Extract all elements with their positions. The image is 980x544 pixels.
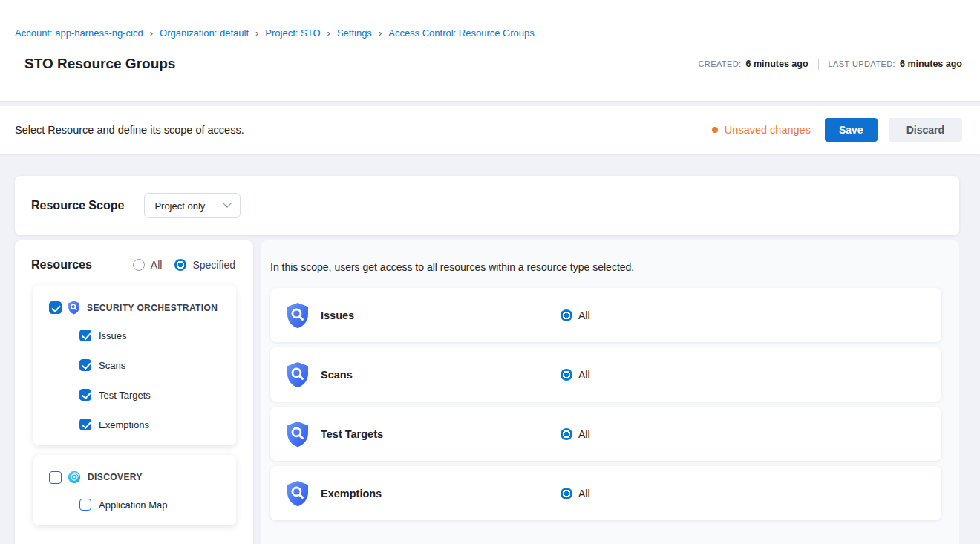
unsaved-changes-label: Unsaved changes bbox=[725, 124, 811, 136]
access-radio-all[interactable]: All bbox=[561, 369, 590, 381]
access-radio-label: All bbox=[578, 309, 590, 321]
shield-search-icon bbox=[286, 302, 310, 329]
shield-search-icon bbox=[68, 301, 80, 315]
last-updated-value: 6 minutes ago bbox=[900, 59, 962, 69]
resource-item-test-targets[interactable]: Test Targets bbox=[33, 380, 236, 410]
content-area: Resource Scope Project only Resources Al… bbox=[0, 154, 980, 544]
resource-scope-dropdown[interactable]: Project only bbox=[144, 193, 241, 218]
breadcrumb: Account: app-harness-ng-cicd › Organizat… bbox=[15, 27, 965, 39]
created-label: CREATED: bbox=[699, 59, 742, 68]
checkbox-checked-icon[interactable] bbox=[79, 419, 91, 430]
access-radio-label: All bbox=[578, 488, 590, 499]
resource-scope-card: Resource Scope Project only bbox=[15, 176, 959, 235]
checkbox-unchecked-icon[interactable] bbox=[49, 471, 62, 484]
radio-option-specified-label: Specified bbox=[192, 259, 235, 271]
checkbox-checked-icon[interactable] bbox=[79, 330, 91, 341]
checkbox-checked-icon[interactable] bbox=[49, 301, 62, 314]
radio-option-specified[interactable]: Specified bbox=[174, 259, 235, 271]
radio-checked-icon[interactable] bbox=[561, 309, 572, 321]
resource-group-discovery: DISCOVERY Application Map bbox=[33, 455, 236, 525]
page-header: Account: app-harness-ng-cicd › Organizat… bbox=[0, 0, 980, 102]
resource-card-label: Exemptions bbox=[321, 488, 561, 499]
access-radio-all[interactable]: All bbox=[561, 428, 590, 440]
radio-option-all-label: All bbox=[151, 259, 163, 271]
resource-item-scans[interactable]: Scans bbox=[33, 350, 236, 380]
resource-item-issues[interactable]: Issues bbox=[33, 321, 236, 350]
chevron-down-icon bbox=[223, 200, 232, 208]
radio-unchecked-icon[interactable] bbox=[133, 259, 145, 271]
breadcrumb-link-project[interactable]: Project: STO bbox=[265, 27, 320, 39]
group-label: SECURITY ORCHESTRATION bbox=[87, 303, 218, 313]
resource-item-label: Scans bbox=[99, 360, 125, 371]
resource-scope-label: Resource Scope bbox=[31, 199, 124, 212]
access-radio-label: All bbox=[578, 428, 590, 440]
radio-checked-icon[interactable] bbox=[174, 259, 186, 271]
scope-hint-text: In this scope, users get access to all r… bbox=[270, 261, 959, 273]
radio-checked-icon[interactable] bbox=[561, 488, 572, 499]
save-button[interactable]: Save bbox=[825, 118, 878, 142]
radio-checked-icon[interactable] bbox=[561, 369, 572, 381]
resource-item-label: Issues bbox=[99, 330, 127, 341]
breadcrumb-link-organization[interactable]: Organization: default bbox=[160, 27, 249, 39]
resource-item-label: Exemptions bbox=[99, 419, 149, 430]
shield-search-icon bbox=[286, 480, 310, 507]
radio-checked-icon[interactable] bbox=[561, 428, 572, 440]
access-radio-all[interactable]: All bbox=[561, 309, 590, 321]
breadcrumb-link-settings[interactable]: Settings bbox=[337, 27, 372, 39]
toolbar-description: Select Resource and define its scope of … bbox=[15, 124, 244, 136]
group-row-security-orchestration[interactable]: SECURITY ORCHESTRATION bbox=[33, 289, 236, 321]
resource-item-label: Application Map bbox=[99, 499, 168, 511]
access-radio-label: All bbox=[578, 369, 590, 381]
resource-item-application-map[interactable]: Application Map bbox=[33, 490, 236, 520]
page-title: STO Resource Groups bbox=[24, 56, 175, 72]
shield-search-icon bbox=[286, 361, 310, 388]
header-meta: CREATED: 6 minutes ago LAST UPDATED: 6 m… bbox=[699, 59, 962, 70]
meta-divider bbox=[818, 59, 819, 70]
resource-card-scans: Scans All bbox=[270, 347, 941, 402]
chevron-right-icon: › bbox=[255, 27, 258, 39]
resource-item-exemptions[interactable]: Exemptions bbox=[33, 410, 236, 439]
shield-search-icon bbox=[286, 421, 310, 448]
resource-card-test-targets: Test Targets All bbox=[270, 407, 941, 461]
resource-scope-selected-value: Project only bbox=[154, 200, 205, 212]
group-label: DISCOVERY bbox=[88, 472, 143, 482]
radio-option-all[interactable]: All bbox=[133, 259, 163, 271]
scope-detail-region: In this scope, users get access to all r… bbox=[261, 240, 959, 544]
checkbox-checked-icon[interactable] bbox=[79, 359, 91, 371]
resource-card-exemptions: Exemptions All bbox=[270, 466, 941, 520]
created-value: 6 minutes ago bbox=[746, 59, 808, 69]
chevron-right-icon: › bbox=[150, 27, 153, 39]
action-toolbar: Select Resource and define its scope of … bbox=[0, 106, 980, 154]
resource-group-security-orchestration: SECURITY ORCHESTRATION Issues Scans Test… bbox=[33, 285, 236, 445]
group-row-discovery[interactable]: DISCOVERY bbox=[33, 459, 236, 490]
resource-card-label: Issues bbox=[321, 309, 561, 321]
resources-title: Resources bbox=[31, 258, 92, 272]
chevron-right-icon: › bbox=[327, 27, 330, 39]
breadcrumb-link-account[interactable]: Account: app-harness-ng-cicd bbox=[15, 27, 143, 39]
chevron-right-icon: › bbox=[379, 27, 382, 39]
resource-item-label: Test Targets bbox=[99, 390, 151, 401]
discard-button[interactable]: Discard bbox=[889, 118, 962, 142]
last-updated-label: LAST UPDATED: bbox=[829, 59, 895, 68]
resources-panel: Resources All Specified S bbox=[15, 240, 253, 544]
checkbox-checked-icon[interactable] bbox=[79, 389, 91, 401]
resource-card-label: Scans bbox=[321, 369, 561, 381]
access-radio-all[interactable]: All bbox=[561, 488, 590, 499]
breadcrumb-link-access-control[interactable]: Access Control: Resource Groups bbox=[388, 27, 535, 39]
resource-card-issues: Issues All bbox=[270, 288, 941, 342]
checkbox-unchecked-icon[interactable] bbox=[79, 499, 91, 511]
radar-icon bbox=[68, 471, 81, 484]
unsaved-dot-icon bbox=[712, 127, 718, 133]
resource-card-label: Test Targets bbox=[321, 428, 561, 440]
